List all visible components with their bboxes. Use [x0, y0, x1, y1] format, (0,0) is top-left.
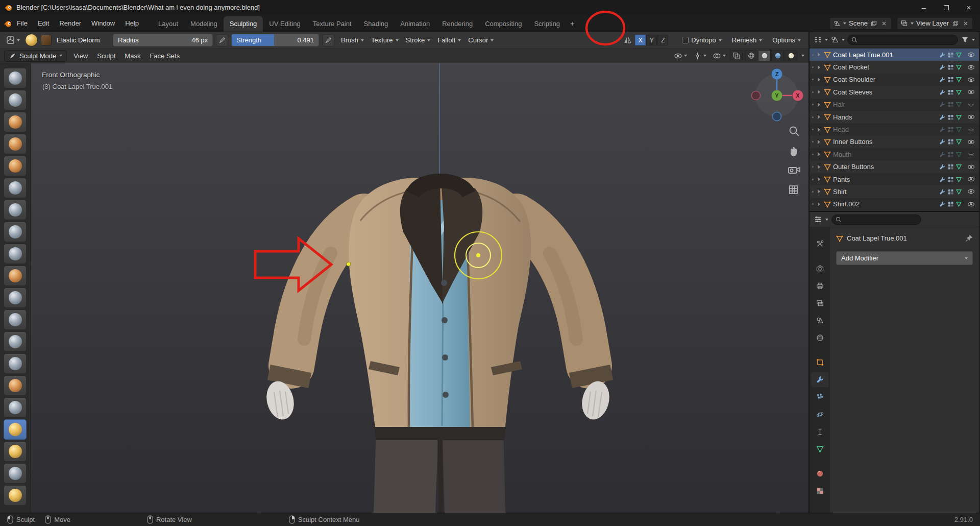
workspace-tab[interactable]: Animation: [394, 16, 436, 32]
visibility-eye-toggle[interactable]: [967, 163, 975, 171]
popover-button[interactable]: Brush: [337, 34, 368, 46]
brush-tool-button[interactable]: [4, 178, 27, 198]
brush-tool-button[interactable]: [4, 463, 27, 484]
properties-tab-object-data[interactable]: [811, 442, 828, 457]
workspace-tab[interactable]: Layout: [152, 16, 184, 32]
shading-solid-button[interactable]: [758, 50, 771, 61]
brush-tool-button[interactable]: [4, 353, 27, 374]
display-mode-icon[interactable]: [830, 35, 839, 44]
gizmo-minus-x-axis[interactable]: [752, 91, 761, 100]
strength-pressure-button[interactable]: [322, 34, 334, 46]
visibility-eye-toggle[interactable]: [967, 51, 975, 58]
maximize-button[interactable]: [935, 0, 958, 15]
editor-type-button[interactable]: [4, 35, 22, 45]
properties-tab-constraints[interactable]: [811, 424, 828, 439]
expand-arrow-icon[interactable]: [818, 53, 820, 57]
new-scene-icon[interactable]: [870, 19, 878, 27]
gizmo-minus-z-axis[interactable]: [773, 112, 781, 121]
outliner-row[interactable]: Head: [810, 123, 979, 135]
visibility-eye-toggle[interactable]: [967, 176, 975, 183]
shading-material-button[interactable]: [771, 50, 784, 61]
visibility-eye-toggle[interactable]: [967, 201, 975, 208]
brush-tool-button[interactable]: [4, 134, 27, 154]
outliner-row[interactable]: Shirt.002: [810, 198, 979, 210]
close-button[interactable]: ×: [958, 0, 980, 15]
outliner-search-input[interactable]: [847, 35, 958, 45]
workspace-tab[interactable]: Rendering: [436, 16, 479, 32]
expand-arrow-icon[interactable]: [818, 177, 820, 181]
radius-slider[interactable]: Radius 46 px: [113, 34, 213, 46]
menu-item[interactable]: Render: [54, 17, 86, 29]
brush-name-label[interactable]: Elastic Deform: [55, 36, 110, 44]
expand-arrow-icon[interactable]: [818, 128, 820, 132]
mirror-axis-toggle[interactable]: Y: [646, 35, 657, 45]
properties-tab-output[interactable]: [811, 278, 828, 293]
outliner-row[interactable]: Coat Shoulder: [810, 74, 979, 86]
menu-item[interactable]: File: [12, 17, 33, 29]
outliner-row[interactable]: Outer Buttons: [810, 161, 979, 173]
options-popover[interactable]: Options: [769, 34, 804, 46]
viewport-canvas[interactable]: Z X Y: [0, 63, 808, 513]
outliner-row[interactable]: Shirt: [810, 185, 979, 198]
visibility-eye-toggle[interactable]: [967, 126, 975, 133]
workspace-tab[interactable]: Sculpting: [224, 16, 263, 32]
visibility-eye-toggle[interactable]: [967, 64, 975, 71]
viewport-menu-item[interactable]: Face Sets: [145, 50, 184, 62]
popover-button[interactable]: Texture: [368, 34, 402, 46]
filter-icon[interactable]: [961, 35, 969, 44]
brush-texture-swatch[interactable]: [41, 35, 52, 45]
unlink-scene-icon[interactable]: [880, 19, 888, 27]
xray-toggle[interactable]: [730, 50, 743, 61]
workspace-tab[interactable]: Modeling: [184, 16, 224, 32]
brush-tool-button[interactable]: [4, 156, 27, 176]
properties-tab-tool[interactable]: [811, 236, 828, 251]
outliner-row[interactable]: Inner Buttons: [810, 136, 979, 148]
dyntopo-checkbox[interactable]: [682, 37, 689, 43]
scene-selector[interactable]: Scene: [829, 17, 892, 30]
properties-tab-material[interactable]: [811, 466, 828, 481]
add-modifier-button[interactable]: Add Modifier: [836, 251, 973, 265]
visibility-eye-toggle[interactable]: [967, 88, 975, 95]
brush-tool-button[interactable]: [4, 244, 27, 264]
mode-selector[interactable]: Sculpt Mode: [4, 50, 67, 62]
menu-item[interactable]: Edit: [33, 17, 54, 29]
new-view-layer-icon[interactable]: [951, 19, 959, 27]
properties-tab-view-layer[interactable]: [811, 296, 828, 310]
viewport-menu-item[interactable]: Sculpt: [92, 50, 120, 62]
viewport-3d[interactable]: Z X Y: [0, 63, 808, 513]
outliner-row[interactable]: Mouth: [810, 148, 979, 160]
visibility-eye-toggle[interactable]: [967, 101, 975, 108]
expand-arrow-icon[interactable]: [818, 115, 820, 119]
properties-tab-object[interactable]: [811, 355, 828, 370]
outliner-row[interactable]: Coat Lapel True.001: [810, 49, 979, 61]
view-layer-selector[interactable]: View Layer: [897, 17, 973, 30]
workspace-tab[interactable]: Shading: [358, 16, 395, 32]
overlays-dropdown[interactable]: [710, 51, 728, 61]
outliner-row[interactable]: Coat Pocket: [810, 61, 979, 73]
properties-tab-scene[interactable]: [811, 313, 828, 328]
brush-tool-button[interactable]: [4, 266, 27, 286]
properties-tab-world[interactable]: [811, 330, 828, 345]
workspace-tab[interactable]: Scripting: [528, 16, 566, 32]
expand-arrow-icon[interactable]: [818, 140, 820, 144]
shading-rendered-button[interactable]: [785, 50, 797, 61]
properties-editor-icon[interactable]: [814, 215, 822, 224]
expand-arrow-icon[interactable]: [818, 90, 820, 94]
brush-tool-button[interactable]: [4, 375, 27, 396]
brush-tool-button[interactable]: [4, 331, 27, 352]
visibility-eye-toggle[interactable]: [967, 188, 975, 195]
pin-icon[interactable]: [965, 234, 973, 242]
blender-logo-menu[interactable]: [4, 19, 12, 27]
minimize-button[interactable]: –: [913, 0, 935, 15]
visibility-eye-toggle[interactable]: [967, 113, 975, 121]
properties-tab-particles[interactable]: [811, 390, 828, 404]
viewport-menu-item[interactable]: Mask: [120, 50, 145, 62]
strength-slider[interactable]: Strength 0.491: [231, 34, 319, 46]
menu-item[interactable]: Window: [86, 17, 120, 29]
outliner-row[interactable]: Pants: [810, 173, 979, 185]
outliner-row[interactable]: Hands: [810, 111, 979, 123]
brush-tool-button[interactable]: [4, 309, 27, 330]
dyntopo-popover[interactable]: Dyntopo: [678, 34, 725, 46]
expand-arrow-icon[interactable]: [818, 165, 820, 169]
active-brush-preview[interactable]: [25, 34, 38, 46]
